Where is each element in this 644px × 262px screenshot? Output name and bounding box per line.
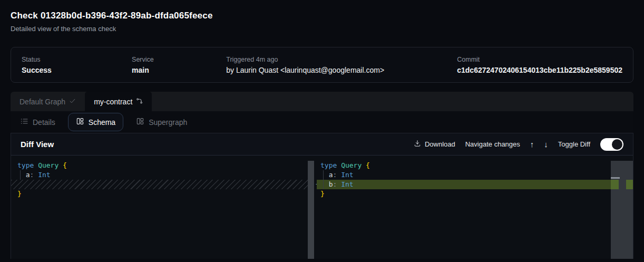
diff-view-title: Diff View [21,140,54,149]
panels-icon [136,117,144,127]
download-label: Download [425,140,455,148]
diff-controls: Download Navigate changes ↑ ↓ Toggle Dif… [414,138,623,151]
triggered-value: by Laurin Quast <laurinquast@googlemail.… [226,66,457,74]
summary-field-commit: Commit c1dc62724702406154013cbe11b225b2e… [457,56,622,74]
tab-supergraph[interactable]: Supergraph [136,117,187,127]
indent-guide [323,170,324,189]
service-value: main [132,66,226,74]
service-label: Service [132,56,226,63]
tab-supergraph-label: Supergraph [149,118,187,127]
check-icon [69,98,76,106]
commit-label: Commit [457,56,622,63]
page-subtitle: Detailed view of the schema check [11,25,633,33]
graph-tabs: Default Graph my-contract [11,92,633,111]
tab-details[interactable]: Details [20,117,55,127]
ruler-slider [611,177,620,179]
summary-field-service: Service main [132,56,226,74]
diff-modified-pane[interactable]: type Query { a: Int b: Int } [317,156,611,259]
summary-field-status: Status Success [22,56,132,74]
tab-schema[interactable]: Schema [68,113,123,131]
code-line: a: Int [17,170,308,180]
tab-my-contract-label: my-contract [94,98,132,106]
removed-line-placeholder [11,180,308,189]
status-label: Status [22,56,132,63]
schema-check-page: Check 01328b0d-b396-43f2-89ab-dfda065fee… [0,0,644,259]
toggle-diff-label: Toggle Diff [558,140,590,148]
code-line: a: Int [320,170,611,180]
contract-route-icon [136,98,143,106]
diff-view-card: Diff View Download Navigate changes ↑ ↓ … [11,133,633,259]
download-button[interactable]: Download [414,140,455,149]
code-line: type Query { [17,161,308,170]
code-line: type Query { [320,161,611,170]
code-line: } [17,189,308,199]
page-header: Check 01328b0d-b396-43f2-89ab-dfda065fee… [11,0,633,33]
diff-view-header: Diff View Download Navigate changes ↑ ↓ … [11,133,633,156]
navigate-changes-label: Navigate changes [465,140,520,148]
indent-guide [20,170,21,180]
added-code-line: b: Int [317,180,611,189]
left-pane-scrollbar[interactable] [308,161,314,259]
toggle-knob [612,139,622,150]
view-tabs: Details Schema Supergraph [11,111,633,133]
tab-default-graph-label: Default Graph [19,98,65,106]
download-icon [414,140,421,149]
diff-overview-ruler[interactable] [611,161,633,259]
ruler-added-mark [626,180,633,189]
schema-diff-editor: type Query { a: Int } + type Query { a: … [11,156,633,259]
ruler-added-mark [611,180,619,189]
page-title: Check 01328b0d-b396-43f2-89ab-dfda065fee… [11,11,633,21]
tab-schema-label: Schema [89,118,115,127]
tab-details-label: Details [33,118,55,127]
tab-default-graph[interactable]: Default Graph [11,92,85,111]
list-icon [20,117,28,127]
contract-panel: Details Schema Supergraph Diff View [11,111,633,259]
previous-change-button[interactable]: ↑ [530,140,534,149]
summary-field-triggered: Triggered 4m ago by Laurin Quast <laurin… [226,56,457,74]
triggered-label: Triggered 4m ago [226,56,457,63]
toggle-diff-switch[interactable] [600,138,623,151]
code-line: } [320,189,611,199]
tab-my-contract[interactable]: my-contract [85,92,152,111]
commit-value: c1dc62724702406154013cbe11b225b2e5859502 [457,66,622,74]
status-value: Success [22,66,132,74]
panels-icon [76,117,84,127]
check-summary-card: Status Success Service main Triggered 4m… [11,47,633,83]
next-change-button[interactable]: ↓ [544,140,548,149]
diff-original-pane[interactable]: type Query { a: Int } [11,156,308,259]
